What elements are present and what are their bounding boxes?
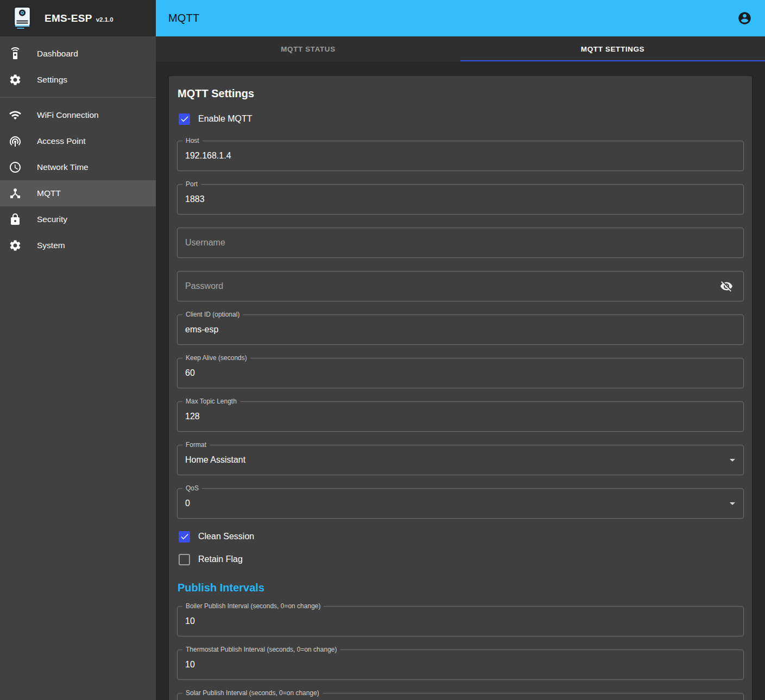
field-label: QoS bbox=[182, 484, 202, 493]
lock-icon bbox=[9, 213, 22, 226]
gear-icon bbox=[9, 73, 22, 86]
app-root: EMS-ESP v2.1.0 Dashboard Settings WiFi C… bbox=[0, 0, 765, 700]
clean-session-checkbox[interactable]: Clean Session bbox=[179, 528, 744, 545]
checkbox-label: Clean Session bbox=[198, 532, 254, 541]
sidebar-item-label: System bbox=[37, 241, 65, 250]
sidebar-item-settings[interactable]: Settings bbox=[0, 67, 156, 93]
account-circle-icon bbox=[737, 11, 752, 26]
format-select[interactable]: Format Home Assistant bbox=[177, 445, 744, 475]
field-label: Keep Alive (seconds) bbox=[182, 354, 250, 362]
keep-alive-input[interactable] bbox=[178, 358, 743, 388]
field-label: Solar Publish Interval (seconds, 0=on ch… bbox=[182, 689, 323, 697]
device-hub-icon bbox=[9, 187, 22, 200]
username-input[interactable] bbox=[178, 228, 743, 257]
sidebar-nav-top: Dashboard Settings bbox=[0, 36, 156, 97]
format-select-value: Home Assistant bbox=[178, 445, 743, 475]
app-title: EMS-ESP v2.1.0 bbox=[45, 12, 113, 24]
sidebar-item-label: WiFi Connection bbox=[37, 110, 99, 120]
tab-mqtt-status[interactable]: MQTT STATUS bbox=[156, 36, 460, 61]
wifi-tethering-icon bbox=[9, 135, 22, 148]
thermostat-publish-interval-field: Thermostat Publish Interval (seconds, 0=… bbox=[177, 649, 744, 680]
sidebar-nav-main: WiFi Connection Access Point Network Tim… bbox=[0, 98, 156, 263]
boiler-publish-interval-input[interactable] bbox=[178, 607, 743, 636]
sidebar-item-access-point[interactable]: Access Point bbox=[0, 128, 156, 154]
checkbox-unchecked-icon[interactable] bbox=[179, 554, 190, 565]
checkbox-label: Retain Flag bbox=[198, 554, 243, 564]
port-input[interactable] bbox=[178, 185, 743, 214]
sidebar-item-label: Access Point bbox=[37, 136, 86, 146]
sidebar-item-label: Security bbox=[37, 215, 67, 224]
sidebar-item-wifi-connection[interactable]: WiFi Connection bbox=[0, 102, 156, 128]
solar-publish-interval-field: Solar Publish Interval (seconds, 0=on ch… bbox=[177, 693, 744, 700]
sidebar-item-mqtt[interactable]: MQTT bbox=[0, 180, 156, 206]
field-label: Host bbox=[182, 137, 203, 145]
sidebar-item-label: MQTT bbox=[37, 188, 61, 198]
max-topic-length-input[interactable] bbox=[178, 402, 743, 431]
tab-mqtt-settings[interactable]: MQTT SETTINGS bbox=[460, 36, 765, 61]
field-label: Format bbox=[182, 441, 210, 449]
boiler-publish-interval-field: Boiler Publish Interval (seconds, 0=on c… bbox=[177, 606, 744, 636]
qos-select[interactable]: QoS 0 bbox=[177, 488, 744, 519]
tab-indicator bbox=[460, 60, 765, 61]
checkbox-checked-icon[interactable] bbox=[179, 531, 190, 543]
boiler-logo-icon bbox=[11, 6, 34, 31]
sidebar-item-system[interactable]: System bbox=[0, 232, 156, 258]
enable-mqtt-checkbox[interactable]: Enable MQTT bbox=[179, 111, 744, 127]
app-version: v2.1.0 bbox=[96, 16, 113, 23]
tab-bar: MQTT STATUS MQTT SETTINGS bbox=[156, 36, 765, 61]
field-label: Boiler Publish Interval (seconds, 0=on c… bbox=[182, 602, 324, 610]
remote-icon bbox=[9, 47, 22, 60]
checkbox-checked-icon[interactable] bbox=[179, 113, 190, 125]
account-button[interactable] bbox=[732, 7, 756, 30]
qos-select-value: 0 bbox=[178, 489, 743, 518]
main-area: MQTT MQTT STATUS MQTT SETTINGS MQTT Sett… bbox=[156, 0, 765, 700]
sidebar-header: EMS-ESP v2.1.0 bbox=[0, 0, 156, 36]
field-label: Port bbox=[182, 180, 201, 188]
checkbox-label: Enable MQTT bbox=[198, 114, 252, 124]
password-input[interactable] bbox=[178, 272, 743, 301]
host-field: Host bbox=[177, 141, 744, 171]
publish-intervals-heading: Publish Intervals bbox=[178, 582, 744, 594]
host-input[interactable] bbox=[178, 141, 743, 171]
client-id-input[interactable] bbox=[178, 315, 743, 344]
sidebar-item-label: Dashboard bbox=[37, 49, 78, 59]
sidebar-item-security[interactable]: Security bbox=[0, 206, 156, 232]
field-label: Thermostat Publish Interval (seconds, 0=… bbox=[182, 646, 340, 654]
sidebar-item-label: Network Time bbox=[37, 162, 88, 172]
clock-icon bbox=[9, 161, 22, 174]
retain-flag-checkbox[interactable]: Retain Flag bbox=[179, 551, 744, 567]
sidebar: EMS-ESP v2.1.0 Dashboard Settings WiFi C… bbox=[0, 0, 156, 700]
thermostat-publish-interval-input[interactable] bbox=[178, 650, 743, 679]
keep-alive-field: Keep Alive (seconds) bbox=[177, 358, 744, 388]
content-area: MQTT Settings Enable MQTT Host Port bbox=[156, 61, 765, 700]
sidebar-item-label: Settings bbox=[37, 75, 67, 85]
sidebar-item-dashboard[interactable]: Dashboard bbox=[0, 41, 156, 67]
port-field: Port bbox=[177, 184, 744, 215]
wifi-icon bbox=[9, 109, 22, 122]
max-topic-length-field: Max Topic Length bbox=[177, 401, 744, 432]
mqtt-settings-card: MQTT Settings Enable MQTT Host Port bbox=[169, 76, 752, 700]
card-title: MQTT Settings bbox=[178, 87, 744, 100]
password-field bbox=[177, 271, 744, 301]
app-name: EMS-ESP bbox=[45, 12, 92, 24]
appbar: MQTT bbox=[156, 0, 765, 36]
client-id-field: Client ID (optional) bbox=[177, 314, 744, 345]
toggle-password-visibility-button[interactable] bbox=[717, 276, 736, 296]
sidebar-item-network-time[interactable]: Network Time bbox=[0, 154, 156, 180]
username-field bbox=[177, 228, 744, 258]
gear-icon bbox=[9, 239, 22, 252]
field-label: Client ID (optional) bbox=[182, 311, 243, 319]
field-label: Max Topic Length bbox=[182, 398, 240, 406]
page-title: MQTT bbox=[168, 12, 199, 24]
visibility-off-icon bbox=[720, 280, 733, 293]
